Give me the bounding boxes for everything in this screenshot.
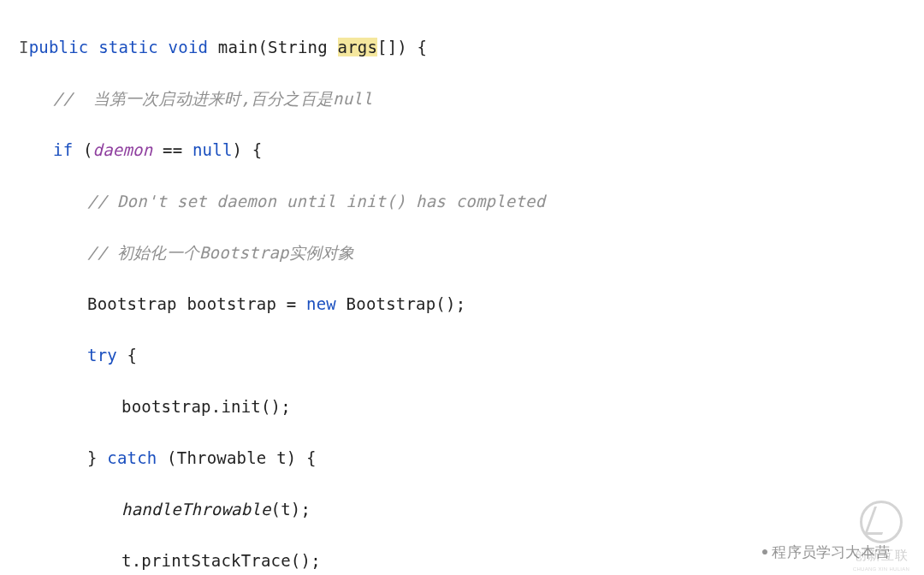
logo-brand-cn: 创新互联 <box>840 545 922 566</box>
code-line: // Don't set daemon until init() has com… <box>19 188 924 214</box>
code-line: try { <box>19 342 924 368</box>
text-cursor: I <box>19 38 29 56</box>
code-line: Bootstrap bootstrap = new Bootstrap(); <box>19 291 924 317</box>
code-line: // 当第一次启动进来时,百分之百是null <box>19 86 924 111</box>
watermark-logo: 创新互联 CHUANG XIN HULIAN <box>840 501 922 573</box>
logo-brand-en: CHUANG XIN HULIAN <box>840 566 922 573</box>
code-line: Ipublic static void main(String args[]) … <box>19 34 924 60</box>
code-line: bootstrap.init(); <box>19 394 924 419</box>
code-line: if (daemon == null) { <box>19 137 924 163</box>
code-line: // 初始化一个Bootstrap实例对象 <box>19 240 924 265</box>
logo-icon <box>860 501 903 543</box>
code-block: Ipublic static void main(String args[]) … <box>0 0 924 575</box>
code-line: } catch (Throwable t) { <box>19 445 924 471</box>
highlighted-arg: args <box>338 38 378 56</box>
wechat-icon: ● <box>761 544 769 558</box>
code-line: handleThrowable(t); <box>19 496 924 522</box>
